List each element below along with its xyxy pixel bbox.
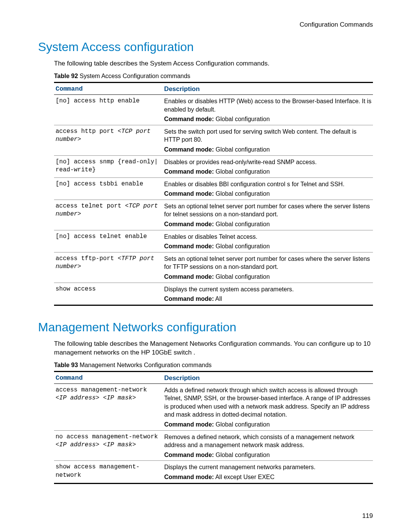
description-cell: Enables or disables Telnet access.Comman… bbox=[162, 230, 373, 252]
page: Configuration Commands System Access con… bbox=[0, 0, 411, 532]
description-text: Enables or disables Telnet access. bbox=[164, 233, 371, 241]
command-mode-value: Global configuration bbox=[214, 421, 270, 428]
command-mode: Command mode: Global configuration bbox=[164, 451, 371, 459]
section1-intro: The following table describes the System… bbox=[54, 59, 373, 68]
command-mode-value: All bbox=[214, 296, 222, 302]
table-row: access telnet port <TCP port number>Sets… bbox=[54, 200, 373, 230]
description-text: Sets the switch port used for serving sw… bbox=[164, 128, 371, 144]
command-cell: no access management-network <IP address… bbox=[54, 430, 162, 461]
table92: Command Description [no] access http ena… bbox=[54, 82, 373, 306]
command-mode-value: All except User EXEC bbox=[214, 474, 274, 480]
page-number: 119 bbox=[362, 512, 373, 520]
table-row: [no] access telnet enableEnables or disa… bbox=[54, 230, 373, 252]
command-cell: [no] access tsbbi enable bbox=[54, 177, 162, 200]
table92-num: Table 92 bbox=[54, 73, 78, 79]
command-cell: [no] access http enable bbox=[54, 94, 162, 125]
command-text: access management-network bbox=[56, 387, 147, 393]
command-mode: Command mode: Global configuration bbox=[164, 190, 371, 198]
command-mode: Command mode: All except User EXEC bbox=[164, 473, 371, 481]
description-cell: Sets the switch port used for serving sw… bbox=[162, 125, 373, 155]
command-cell: [no] access telnet enable bbox=[54, 230, 162, 252]
command-mode-value: Global configuration bbox=[214, 221, 270, 227]
command-mode-label: Command mode: bbox=[164, 273, 214, 280]
command-mode-value: Global configuration bbox=[214, 273, 270, 280]
section-title-system-access: System Access configuration bbox=[38, 40, 373, 54]
table93-th-description: Description bbox=[162, 371, 373, 383]
command-mode: Command mode: Global configuration bbox=[164, 420, 371, 429]
command-text: show access management-network bbox=[56, 463, 140, 479]
command-mode: Command mode: Global configuration bbox=[164, 145, 371, 154]
command-cell: access http port <TCP port number> bbox=[54, 125, 162, 155]
description-cell: Removes a defined network, which consist… bbox=[162, 430, 373, 461]
table93-caption: Table 93 Management Networks Configurati… bbox=[54, 362, 373, 369]
description-cell: Sets an optional telnet server port numb… bbox=[162, 200, 373, 230]
table92-txt: System Access Configuration commands bbox=[78, 73, 190, 79]
table-row: [no] access tsbbi enableEnables or disab… bbox=[54, 177, 373, 200]
command-mode-label: Command mode: bbox=[164, 296, 214, 302]
command-cell: show access bbox=[54, 283, 162, 305]
command-cell: access management-network <IP address> <… bbox=[54, 383, 162, 430]
command-mode: Command mode: Global configuration bbox=[164, 273, 371, 281]
command-mode-label: Command mode: bbox=[164, 474, 214, 480]
command-text: access telnet port bbox=[56, 203, 125, 209]
command-mode-label: Command mode: bbox=[164, 221, 214, 227]
command-mode-value: Global configuration bbox=[214, 168, 270, 175]
description-text: Enables or disables HTTP (Web) access to… bbox=[164, 97, 371, 113]
command-text: [no] access telnet enable bbox=[56, 233, 147, 240]
description-text: Adds a defined network through which swi… bbox=[164, 386, 371, 419]
command-text: [no] access http enable bbox=[56, 97, 140, 104]
command-text: [no] access snmp {read-only| read-write} bbox=[56, 158, 158, 174]
description-cell: Enables or disables BBI configuration co… bbox=[162, 177, 373, 200]
description-text: Sets an optional telnet server port numb… bbox=[164, 202, 371, 219]
command-mode: Command mode: Global configuration bbox=[164, 168, 371, 176]
description-cell: Displays the current management networks… bbox=[162, 461, 373, 483]
table-row: show accessDisplays the current system a… bbox=[54, 283, 373, 305]
description-cell: Adds a defined network through which swi… bbox=[162, 383, 373, 430]
command-mode: Command mode: Global configuration bbox=[164, 242, 371, 251]
command-cell: access tftp-port <TFTP port number> bbox=[54, 252, 162, 283]
table-row: access http port <TCP port number>Sets t… bbox=[54, 125, 373, 155]
description-text: Removes a defined network, which consist… bbox=[164, 433, 371, 449]
table93-body: access management-network <IP address> <… bbox=[54, 383, 373, 483]
command-mode-value: Global configuration bbox=[214, 190, 270, 197]
command-mode: Command mode: All bbox=[164, 295, 371, 303]
command-mode-value: Global configuration bbox=[214, 116, 270, 122]
command-mode-value: Global configuration bbox=[214, 243, 270, 249]
description-cell: Displays the current system access param… bbox=[162, 283, 373, 305]
command-mode-label: Command mode: bbox=[164, 243, 214, 249]
table93: Command Description access management-ne… bbox=[54, 371, 373, 484]
description-cell: Sets an optional telnet server port numb… bbox=[162, 252, 373, 283]
table-row: access management-network <IP address> <… bbox=[54, 383, 373, 430]
table93-txt: Management Networks Configuration comman… bbox=[78, 362, 212, 368]
command-mode-label: Command mode: bbox=[164, 146, 214, 153]
table93-num: Table 93 bbox=[54, 362, 78, 368]
section-title-management-networks: Management Networks configuration bbox=[38, 320, 373, 334]
command-arg: <IP address> <IP mask> bbox=[56, 441, 136, 448]
command-mode-label: Command mode: bbox=[164, 190, 214, 197]
command-mode: Command mode: Global configuration bbox=[164, 115, 371, 123]
command-text: [no] access tsbbi enable bbox=[56, 181, 143, 187]
command-cell: access telnet port <TCP port number> bbox=[54, 200, 162, 230]
table-row: no access management-network <IP address… bbox=[54, 430, 373, 461]
command-text: show access bbox=[56, 286, 96, 292]
table93-th-command: Command bbox=[54, 371, 162, 383]
table-row: [no] access snmp {read-only| read-write}… bbox=[54, 155, 373, 177]
description-text: Enables or disables BBI configuration co… bbox=[164, 180, 371, 189]
command-mode-value: Global configuration bbox=[214, 146, 270, 153]
description-text: Disables or provides read-only/write-rea… bbox=[164, 158, 371, 166]
command-mode-label: Command mode: bbox=[164, 168, 214, 175]
command-mode-value: Global configuration bbox=[214, 452, 270, 458]
table-row: access tftp-port <TFTP port number>Sets … bbox=[54, 252, 373, 283]
command-mode-label: Command mode: bbox=[164, 452, 214, 458]
command-mode-label: Command mode: bbox=[164, 421, 214, 428]
table92-body: [no] access http enableEnables or disabl… bbox=[54, 94, 373, 305]
command-text: no access management-network bbox=[56, 433, 158, 440]
command-text: access tftp-port bbox=[56, 255, 118, 262]
command-mode: Command mode: Global configuration bbox=[164, 220, 371, 228]
description-text: Displays the current management networks… bbox=[164, 463, 371, 471]
header-right: Configuration Commands bbox=[38, 21, 373, 29]
table92-th-command: Command bbox=[54, 82, 162, 94]
command-mode-label: Command mode: bbox=[164, 116, 214, 122]
command-arg: <IP address> <IP mask> bbox=[56, 395, 136, 401]
table-row: show access management-networkDisplays t… bbox=[54, 461, 373, 483]
